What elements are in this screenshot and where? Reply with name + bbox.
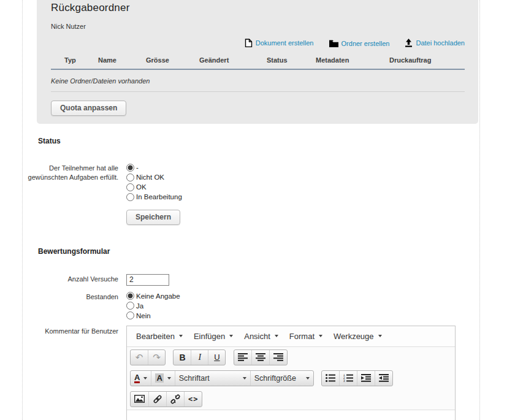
text-color-button[interactable]: A bbox=[131, 371, 151, 386]
outdent-icon bbox=[379, 374, 389, 382]
rich-text-editor: Bearbeiten Einfügen Ansicht Format Werkz… bbox=[126, 326, 456, 420]
code-icon: <> bbox=[188, 395, 198, 403]
menu-format[interactable]: Format bbox=[284, 329, 328, 343]
redo-button[interactable]: ↷ bbox=[148, 350, 165, 365]
passed-radio-ja[interactable] bbox=[126, 302, 134, 310]
chevron-down-icon bbox=[275, 335, 278, 337]
status-radio-nicht-ok[interactable] bbox=[126, 174, 134, 181]
menu-bearbeiten[interactable]: Bearbeiten bbox=[131, 329, 188, 343]
create-document-label: Dokument erstellen bbox=[256, 39, 314, 47]
column-header-typ[interactable]: Typ bbox=[64, 56, 98, 64]
font-controls-group: A A Schriftart Schriftgröße bbox=[130, 370, 314, 386]
bullet-list-button[interactable] bbox=[322, 371, 339, 386]
align-center-button[interactable] bbox=[251, 350, 269, 365]
outdent-button[interactable] bbox=[375, 371, 392, 386]
passed-label: Bestanden bbox=[23, 291, 126, 302]
comment-form-row: Kommentar für Benutzer Bearbeiten Einfüg… bbox=[23, 326, 479, 420]
document-new-icon bbox=[245, 39, 253, 47]
column-header-name[interactable]: Name bbox=[98, 56, 146, 64]
background-color-button[interactable]: A bbox=[151, 371, 174, 386]
empty-folder-message: Keine Ordner/Dateien vorhanden bbox=[51, 70, 465, 92]
status-radio-in-bearbeitung[interactable] bbox=[126, 193, 134, 201]
undo-redo-group: ↶ ↷ bbox=[130, 349, 166, 365]
attempts-label: Anzahl Versuche bbox=[23, 273, 126, 284]
status-radio-ok[interactable] bbox=[126, 183, 134, 191]
upload-file-label: Datei hochladen bbox=[416, 39, 465, 47]
upload-icon bbox=[405, 39, 413, 47]
align-center-icon bbox=[256, 353, 265, 361]
alignment-group bbox=[234, 349, 288, 365]
align-left-icon bbox=[238, 353, 248, 361]
align-left-button[interactable] bbox=[234, 350, 251, 365]
redo-icon: ↷ bbox=[153, 352, 161, 363]
chevron-down-icon bbox=[179, 335, 183, 337]
source-code-button[interactable]: <> bbox=[184, 392, 202, 407]
numbered-list-button[interactable]: 123 bbox=[339, 371, 357, 386]
svg-text:3: 3 bbox=[343, 380, 345, 382]
menu-bearbeiten-label: Bearbeiten bbox=[136, 332, 175, 341]
text-color-icon: A bbox=[134, 373, 140, 383]
status-option-none[interactable]: - bbox=[126, 162, 479, 172]
passed-option-keine-angabe[interactable]: Keine Angabe bbox=[126, 291, 479, 301]
list-indent-group: 123 bbox=[321, 370, 393, 386]
chevron-down-icon bbox=[167, 377, 171, 380]
chevron-down-icon bbox=[143, 377, 147, 380]
bold-button[interactable]: B bbox=[174, 350, 191, 365]
image-icon bbox=[134, 395, 145, 403]
column-header-geaendert[interactable]: Geändert bbox=[199, 56, 267, 64]
undo-button[interactable]: ↶ bbox=[131, 350, 148, 365]
column-header-metadaten[interactable]: Metadaten bbox=[316, 56, 389, 64]
menu-werkzeuge[interactable]: Werkzeuge bbox=[328, 329, 387, 343]
text-style-group: B I U bbox=[173, 349, 226, 365]
column-header-groesse[interactable]: Grösse bbox=[146, 56, 199, 64]
remove-link-button[interactable] bbox=[166, 392, 184, 407]
status-option-ok[interactable]: OK bbox=[126, 182, 479, 192]
quota-button[interactable]: Quota anpassen bbox=[51, 101, 126, 116]
editor-toolbar-row-1: ↶ ↷ B I U bbox=[127, 347, 455, 368]
passed-radio-nein[interactable] bbox=[126, 311, 134, 319]
editor-toolbar-row-2: A A Schriftart Schriftgröße 123 bbox=[127, 368, 455, 389]
comment-label: Kommentar für Benutzer bbox=[23, 326, 126, 336]
save-status-button[interactable]: Speichern bbox=[126, 210, 180, 225]
column-header-status[interactable]: Status bbox=[267, 56, 316, 64]
passed-form-row: Bestanden Keine Angabe Ja Nein bbox=[23, 291, 479, 321]
menu-einfuegen[interactable]: Einfügen bbox=[188, 329, 238, 343]
indent-icon bbox=[361, 374, 371, 382]
insert-link-button[interactable] bbox=[148, 392, 166, 407]
chevron-down-icon bbox=[319, 335, 322, 337]
menu-einfuegen-label: Einfügen bbox=[194, 332, 225, 341]
menu-ansicht[interactable]: Ansicht bbox=[238, 329, 284, 343]
passed-option-nein[interactable]: Nein bbox=[126, 311, 479, 321]
italic-button[interactable]: I bbox=[191, 350, 208, 365]
status-radio-none[interactable] bbox=[126, 164, 134, 172]
chevron-down-icon bbox=[229, 335, 233, 337]
create-document-link[interactable]: Dokument erstellen bbox=[245, 39, 314, 47]
chevron-down-icon bbox=[243, 377, 246, 380]
create-folder-link[interactable]: Ordner erstellen bbox=[329, 40, 390, 47]
insert-image-button[interactable] bbox=[131, 392, 148, 407]
column-header-druckauftrag[interactable]: Druckauftrag bbox=[389, 56, 465, 64]
status-question-label: Der Teilnehmer hat alle gewünschten Aufg… bbox=[23, 162, 126, 182]
status-option-nicht-ok-label: Nicht OK bbox=[136, 174, 164, 181]
background-color-icon: A bbox=[155, 373, 163, 383]
font-family-select[interactable]: Schriftart bbox=[175, 371, 250, 386]
status-option-nicht-ok[interactable]: Nicht OK bbox=[126, 172, 479, 182]
create-folder-label: Ordner erstellen bbox=[341, 40, 390, 47]
indent-button[interactable] bbox=[357, 371, 375, 386]
upload-file-link[interactable]: Datei hochladen bbox=[405, 39, 465, 47]
undo-icon: ↶ bbox=[135, 352, 143, 363]
attempts-form-row: Anzahl Versuche bbox=[23, 273, 479, 286]
bold-icon: B bbox=[179, 353, 185, 362]
editor-content[interactable] bbox=[127, 410, 455, 420]
underline-button[interactable]: U bbox=[208, 350, 225, 365]
passed-option-ja-label: Ja bbox=[136, 302, 143, 310]
attempts-input[interactable] bbox=[126, 274, 169, 286]
font-size-label: Schriftgröße bbox=[254, 374, 296, 383]
status-form-row: Der Teilnehmer hat alle gewünschten Aufg… bbox=[23, 162, 479, 225]
passed-radio-keine-angabe[interactable] bbox=[126, 292, 134, 300]
status-option-in-bearbeitung[interactable]: In Bearbeitung bbox=[126, 192, 479, 202]
font-size-select[interactable]: Schriftgröße bbox=[250, 371, 313, 386]
status-option-ok-label: OK bbox=[136, 183, 147, 191]
align-right-button[interactable] bbox=[269, 350, 287, 365]
passed-option-ja[interactable]: Ja bbox=[126, 301, 479, 311]
